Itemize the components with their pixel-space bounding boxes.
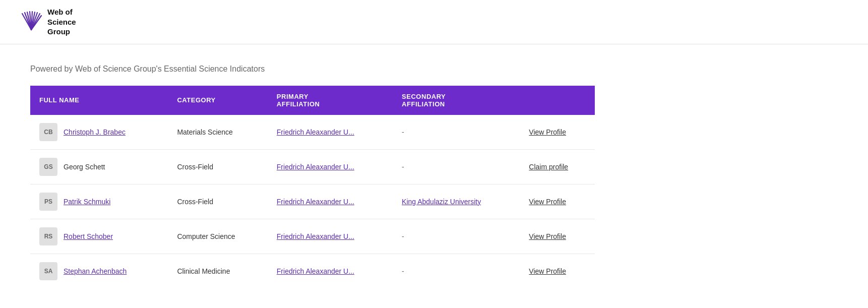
- secondary-affiliation-cell-2: King Abdulaziz University: [393, 184, 520, 219]
- claim-profile-button-1[interactable]: Claim profile: [529, 163, 568, 171]
- primary-affiliation-link-4[interactable]: Friedrich Aleaxander U...: [277, 267, 354, 275]
- name-cell-4: SAStephan Achenbach: [30, 254, 168, 288]
- table-header-row: FULL NAME CATEGORY PRIMARYAFFILIATION SE…: [30, 86, 595, 115]
- secondary-affiliation-dash-3: -: [402, 232, 404, 240]
- wos-logo-icon: [20, 11, 42, 33]
- avatar-2: PS: [39, 193, 57, 211]
- logo-text: Web of Science Group: [47, 7, 76, 37]
- primary-affiliation-link-1[interactable]: Friedrich Aleaxander U...: [277, 163, 354, 171]
- secondary-affiliation-dash-0: -: [402, 128, 404, 136]
- table-row: PSPatrik SchmukiCross-FieldFriedrich Ale…: [30, 184, 595, 219]
- action-cell-2: View Profile: [520, 184, 595, 219]
- category-cell-1: Cross-Field: [168, 149, 267, 184]
- logo: Web of Science Group: [20, 7, 76, 37]
- view-profile-button-4[interactable]: View Profile: [529, 267, 566, 275]
- action-cell-3: View Profile: [520, 219, 595, 254]
- researcher-name-3[interactable]: Robert Schober: [64, 232, 113, 240]
- secondary-affiliation-link-2[interactable]: King Abdulaziz University: [402, 198, 481, 206]
- view-profile-button-2[interactable]: View Profile: [529, 198, 566, 206]
- secondary-affiliation-cell-0: -: [393, 115, 520, 150]
- table-row: CBChristoph J. BrabecMaterials ScienceFr…: [30, 115, 595, 150]
- view-profile-button-3[interactable]: View Profile: [529, 232, 566, 240]
- secondary-affiliation-dash-4: -: [402, 267, 404, 275]
- avatar-4: SA: [39, 262, 57, 280]
- table-row: SAStephan AchenbachClinical MedicineFrie…: [30, 254, 595, 288]
- avatar-1: GS: [39, 158, 57, 176]
- powered-by-text: Powered by Web of Science Group's Essent…: [30, 65, 838, 74]
- name-cell-3: RSRobert Schober: [30, 219, 168, 254]
- researcher-name-1: Georg Schett: [64, 163, 105, 171]
- table-row: RSRobert SchoberComputer ScienceFriedric…: [30, 219, 595, 254]
- secondary-affiliation-cell-4: -: [393, 254, 520, 288]
- researchers-table-wrapper: FULL NAME CATEGORY PRIMARYAFFILIATION SE…: [30, 86, 595, 288]
- secondary-affiliation-dash-1: -: [402, 163, 404, 171]
- view-profile-button-0[interactable]: View Profile: [529, 128, 566, 136]
- action-cell-1: Claim profile: [520, 149, 595, 184]
- col-header-primary-affiliation: PRIMARYAFFILIATION: [268, 86, 393, 115]
- main-content: Powered by Web of Science Group's Essent…: [0, 44, 868, 309]
- primary-affiliation-cell-4: Friedrich Aleaxander U...: [268, 254, 393, 288]
- researcher-name-0[interactable]: Christoph J. Brabec: [64, 128, 126, 136]
- primary-affiliation-link-3[interactable]: Friedrich Aleaxander U...: [277, 232, 354, 240]
- researcher-name-2[interactable]: Patrik Schmuki: [64, 198, 110, 206]
- action-cell-0: View Profile: [520, 115, 595, 150]
- name-cell-1: GSGeorg Schett: [30, 149, 168, 184]
- name-cell-0: CBChristoph J. Brabec: [30, 115, 168, 150]
- table-row: GSGeorg SchettCross-FieldFriedrich Aleax…: [30, 149, 595, 184]
- researcher-name-4[interactable]: Stephan Achenbach: [64, 267, 127, 275]
- primary-affiliation-cell-3: Friedrich Aleaxander U...: [268, 219, 393, 254]
- primary-affiliation-cell-2: Friedrich Aleaxander U...: [268, 184, 393, 219]
- action-cell-4: View Profile: [520, 254, 595, 288]
- col-header-action: [520, 86, 595, 115]
- primary-affiliation-cell-1: Friedrich Aleaxander U...: [268, 149, 393, 184]
- category-cell-4: Clinical Medicine: [168, 254, 267, 288]
- primary-affiliation-link-2[interactable]: Friedrich Aleaxander U...: [277, 198, 354, 206]
- category-cell-0: Materials Science: [168, 115, 267, 150]
- secondary-affiliation-cell-3: -: [393, 219, 520, 254]
- avatar-3: RS: [39, 227, 57, 245]
- avatar-0: CB: [39, 123, 57, 141]
- researchers-table: FULL NAME CATEGORY PRIMARYAFFILIATION SE…: [30, 86, 595, 288]
- category-cell-3: Computer Science: [168, 219, 267, 254]
- page-header: Web of Science Group: [0, 0, 868, 44]
- name-cell-2: PSPatrik Schmuki: [30, 184, 168, 219]
- col-header-full-name: FULL NAME: [30, 86, 168, 115]
- primary-affiliation-cell-0: Friedrich Aleaxander U...: [268, 115, 393, 150]
- category-cell-2: Cross-Field: [168, 184, 267, 219]
- secondary-affiliation-cell-1: -: [393, 149, 520, 184]
- primary-affiliation-link-0[interactable]: Friedrich Aleaxander U...: [277, 128, 354, 136]
- col-header-secondary-affiliation: SECONDARYAFFILIATION: [393, 86, 520, 115]
- col-header-category: CATEGORY: [168, 86, 267, 115]
